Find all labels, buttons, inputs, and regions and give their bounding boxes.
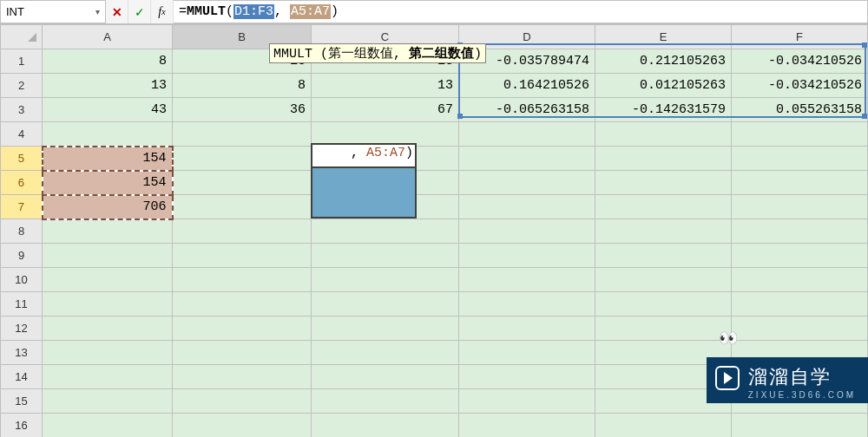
- row-header-7[interactable]: 7: [1, 195, 43, 219]
- enter-button[interactable]: ✓: [128, 0, 151, 23]
- cell-A4[interactable]: [43, 122, 173, 147]
- cell-C15[interactable]: [312, 389, 459, 414]
- cell-E1[interactable]: 0.212105263: [595, 49, 732, 74]
- row-header-9[interactable]: 9: [1, 244, 43, 268]
- cell-D11[interactable]: [459, 292, 595, 316]
- cell-A3[interactable]: 43: [43, 98, 173, 122]
- cell-B7[interactable]: [173, 195, 312, 219]
- row-header-3[interactable]: 3: [1, 98, 43, 122]
- col-header-F[interactable]: F: [732, 25, 868, 49]
- cell-E11[interactable]: [595, 292, 732, 316]
- cell-C2[interactable]: 13: [312, 74, 459, 98]
- cell-D2[interactable]: 0.164210526: [459, 74, 595, 98]
- cell-F16[interactable]: [732, 414, 868, 438]
- cell-C16[interactable]: [312, 414, 459, 438]
- cell-E7[interactable]: [595, 195, 732, 219]
- row-header-8[interactable]: 8: [1, 219, 43, 244]
- formula-input[interactable]: =MMULT(D1:F3, A5:A7): [174, 0, 868, 23]
- cell-B13[interactable]: [173, 341, 312, 365]
- cell-B11[interactable]: [173, 292, 312, 316]
- row-header-5[interactable]: 5: [1, 147, 43, 171]
- cell-A7[interactable]: 706: [43, 195, 173, 219]
- cell-D6[interactable]: [459, 171, 595, 195]
- cell-A2[interactable]: 13: [43, 74, 173, 98]
- row-header-1[interactable]: 1: [1, 49, 43, 74]
- cancel-button[interactable]: ✕: [106, 0, 128, 23]
- cell-B3[interactable]: 36: [173, 98, 312, 122]
- cell-B15[interactable]: [173, 389, 312, 414]
- cell-F4[interactable]: [732, 122, 868, 147]
- cell-E12[interactable]: [595, 316, 732, 341]
- cell-A6[interactable]: 154: [43, 171, 173, 195]
- name-box-dropdown-icon[interactable]: ▾: [95, 7, 100, 16]
- row-header-15[interactable]: 15: [1, 389, 43, 414]
- cell-D12[interactable]: [459, 316, 595, 341]
- cell-E3[interactable]: -0.142631579: [595, 98, 732, 122]
- cell-F11[interactable]: [732, 292, 868, 316]
- cell-B9[interactable]: [173, 244, 312, 268]
- cell-D9[interactable]: [459, 244, 595, 268]
- cell-F9[interactable]: [732, 244, 868, 268]
- cell-C8[interactable]: [312, 219, 459, 244]
- cell-C9[interactable]: [312, 244, 459, 268]
- cell-D3[interactable]: -0.065263158: [459, 98, 595, 122]
- cell-B8[interactable]: [173, 219, 312, 244]
- cell-A12[interactable]: [43, 316, 173, 341]
- row-header-11[interactable]: 11: [1, 292, 43, 316]
- fx-button[interactable]: fx: [151, 0, 174, 23]
- cell-C10[interactable]: [312, 268, 459, 292]
- cell-D13[interactable]: [459, 341, 595, 365]
- cell-B2[interactable]: 8: [173, 74, 312, 98]
- cell-C6[interactable]: [312, 171, 459, 195]
- cell-C7[interactable]: [312, 195, 459, 219]
- cell-C3[interactable]: 67: [312, 98, 459, 122]
- cell-E2[interactable]: 0.012105263: [595, 74, 732, 98]
- cell-E6[interactable]: [595, 171, 732, 195]
- cell-B16[interactable]: [173, 414, 312, 438]
- col-header-E[interactable]: E: [595, 25, 732, 49]
- cell-F12[interactable]: [732, 316, 868, 341]
- row-header-13[interactable]: 13: [1, 341, 43, 365]
- col-header-A[interactable]: A: [43, 25, 173, 49]
- row-header-6[interactable]: 6: [1, 171, 43, 195]
- cell-D4[interactable]: [459, 122, 595, 147]
- cell-C4[interactable]: [312, 122, 459, 147]
- cell-E9[interactable]: [595, 244, 732, 268]
- name-box[interactable]: INT ▾: [0, 0, 106, 23]
- cell-C13[interactable]: [312, 341, 459, 365]
- cell-C5[interactable]: [312, 147, 459, 171]
- cell-B12[interactable]: [173, 316, 312, 341]
- row-header-4[interactable]: 4: [1, 122, 43, 147]
- cell-A5[interactable]: 154: [43, 147, 173, 171]
- cell-E16[interactable]: [595, 414, 732, 438]
- cell-A11[interactable]: [43, 292, 173, 316]
- select-all-corner[interactable]: [1, 25, 43, 49]
- cell-D5[interactable]: [459, 147, 595, 171]
- cell-A14[interactable]: [43, 365, 173, 389]
- cell-D15[interactable]: [459, 389, 595, 414]
- cell-A1[interactable]: 8: [43, 49, 173, 74]
- cell-E4[interactable]: [595, 122, 732, 147]
- row-header-2[interactable]: 2: [1, 74, 43, 98]
- cell-A15[interactable]: [43, 389, 173, 414]
- cell-F2[interactable]: -0.034210526: [732, 74, 868, 98]
- cell-F10[interactable]: [732, 268, 868, 292]
- cell-E10[interactable]: [595, 268, 732, 292]
- cell-C14[interactable]: [312, 365, 459, 389]
- cell-A9[interactable]: [43, 244, 173, 268]
- cell-B4[interactable]: [173, 122, 312, 147]
- cell-B14[interactable]: [173, 365, 312, 389]
- cell-D10[interactable]: [459, 268, 595, 292]
- cell-A10[interactable]: [43, 268, 173, 292]
- cell-D14[interactable]: [459, 365, 595, 389]
- cell-B5[interactable]: [173, 147, 312, 171]
- cell-E5[interactable]: [595, 147, 732, 171]
- cell-F7[interactable]: [732, 195, 868, 219]
- spreadsheet-grid[interactable]: A B C D E F 1 8 13 13 -0.035789474 0.212…: [0, 24, 868, 437]
- cell-C11[interactable]: [312, 292, 459, 316]
- cell-B10[interactable]: [173, 268, 312, 292]
- cell-A8[interactable]: [43, 219, 173, 244]
- row-header-12[interactable]: 12: [1, 316, 43, 341]
- row-header-14[interactable]: 14: [1, 365, 43, 389]
- row-header-10[interactable]: 10: [1, 268, 43, 292]
